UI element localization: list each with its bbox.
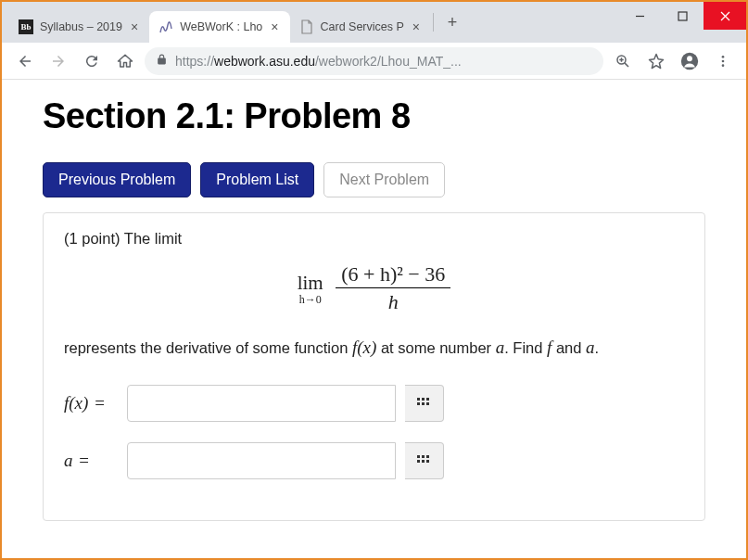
keypad-button[interactable] [405,442,444,479]
svg-rect-24 [426,460,429,463]
svg-rect-13 [417,398,420,401]
svg-rect-16 [417,402,420,405]
forward-button[interactable] [44,47,72,75]
svg-rect-14 [422,398,425,401]
zoom-button[interactable] [609,47,637,75]
bookmark-button[interactable] [642,47,670,75]
page-title: Section 2.1: Problem 8 [43,96,705,136]
close-icon[interactable]: × [269,19,280,34]
answer-row-a: a = [64,442,684,479]
answer-label-fx: f(x) = [64,393,118,414]
answer-label-a: a = [64,451,118,471]
reload-button[interactable] [78,47,106,75]
problem-description: represents the derivative of some functi… [64,335,684,361]
svg-rect-18 [426,402,429,405]
tab-title: WeBWorK : Lho [180,20,262,33]
svg-rect-20 [422,455,425,458]
keypad-icon [417,455,432,466]
lock-icon [156,53,168,69]
tab-strip: Bb Syllabus – 2019 × WeBWorK : Lho × Car… [2,2,618,43]
tab-cardservices[interactable]: Card Services P × [290,11,432,43]
svg-rect-22 [417,460,420,463]
menu-button[interactable] [709,47,737,75]
keypad-button[interactable] [405,385,444,422]
svg-rect-17 [422,402,425,405]
tab-title: Syllabus – 2019 [40,20,122,33]
keypad-icon [417,398,432,409]
browser-toolbar: https://webwork.asu.edu/webwork2/Lhou_MA… [2,43,746,80]
next-problem-button[interactable]: Next Problem [323,162,445,197]
svg-rect-23 [422,460,425,463]
answer-input-fx[interactable] [127,385,396,422]
tab-syllabus[interactable]: Bb Syllabus – 2019 × [9,11,149,43]
problem-body: (1 point) The limit lim h→0 (6 + h)² − 3… [43,212,705,521]
webwork-icon [158,19,173,34]
tab-separator [433,13,434,32]
previous-problem-button[interactable]: Previous Problem [43,162,191,197]
tab-title: Card Services P [321,20,404,33]
svg-rect-15 [426,398,429,401]
close-icon[interactable]: × [129,19,140,34]
close-icon[interactable]: × [411,19,422,34]
minimize-button[interactable] [618,2,661,30]
svg-line-5 [625,62,628,66]
svg-rect-19 [417,455,420,458]
profile-button[interactable] [676,47,704,75]
back-button[interactable] [11,47,39,75]
home-button[interactable] [111,47,139,75]
address-bar[interactable]: https://webwork.asu.edu/webwork2/Lhou_MA… [145,47,603,75]
new-tab-button[interactable]: + [439,9,465,35]
page-scroll-area[interactable]: Section 2.1: Problem 8 Previous Problem … [2,80,746,558]
answer-input-a[interactable] [127,442,396,479]
problem-list-button[interactable]: Problem List [200,162,314,197]
url-text: https://webwork.asu.edu/webwork2/Lhou_MA… [175,54,462,69]
titlebar: Bb Syllabus – 2019 × WeBWorK : Lho × Car… [2,2,746,43]
problem-nav: Previous Problem Problem List Next Probl… [43,162,705,197]
blackboard-icon: Bb [19,19,33,34]
answer-row-fx: f(x) = [64,385,684,422]
svg-point-10 [722,56,725,58]
window-controls [618,2,746,30]
document-icon [299,19,314,34]
svg-point-12 [722,64,725,67]
problem-intro: (1 point) The limit [64,230,684,248]
svg-rect-1 [678,12,687,20]
tab-webwork[interactable]: WeBWorK : Lho × [149,11,289,43]
svg-point-11 [722,59,725,62]
svg-point-9 [687,56,692,61]
maximize-button[interactable] [661,2,704,30]
close-window-button[interactable] [704,2,746,30]
limit-expression: lim h→0 (6 + h)² − 36 h [64,262,684,314]
svg-rect-21 [426,455,429,458]
